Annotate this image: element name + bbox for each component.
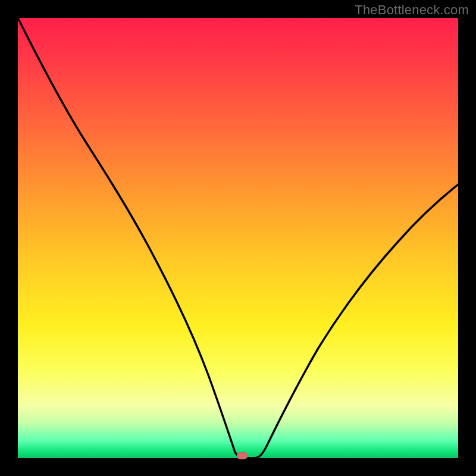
curve-svg [18,18,458,458]
bottleneck-curve-path [18,18,458,458]
watermark-text: TheBottleneck.com [355,2,469,18]
plot-area [18,18,458,458]
optimal-point-marker [237,452,248,459]
chart-frame: TheBottleneck.com [0,0,476,476]
